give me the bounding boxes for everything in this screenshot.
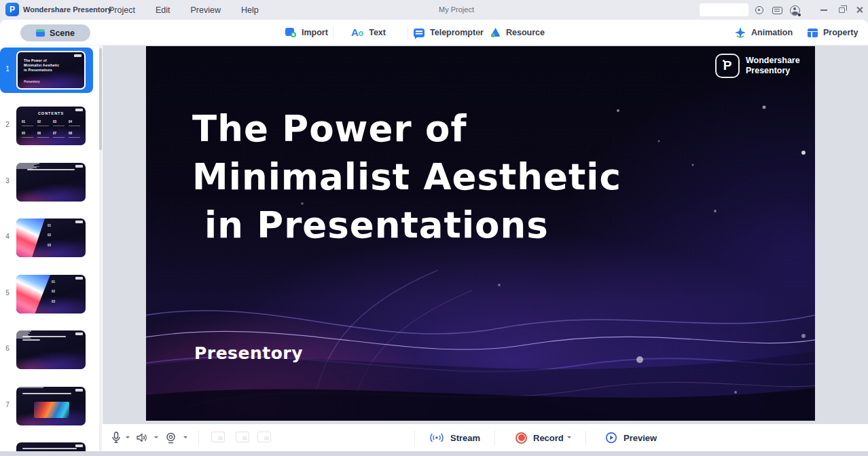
layout-camera-full-icon: [236, 432, 249, 442]
speaker-dropdown[interactable]: [154, 436, 158, 440]
editor-canvas: The Power of Minimalist Aesthetic in Pre…: [103, 45, 868, 424]
animation-icon: [735, 27, 746, 38]
slide-thumbnail-3[interactable]: [16, 163, 86, 202]
current-slide[interactable]: The Power of Minimalist Aesthetic in Pre…: [146, 46, 815, 421]
teleprompter-label: Teleprompter: [430, 28, 484, 37]
gradient-art: [16, 218, 45, 257]
text-label: Text: [369, 28, 386, 37]
microphone-icon: [111, 432, 122, 444]
slide-row-1[interactable]: 1 The Power of Minimalist Aesthetic in P…: [0, 51, 99, 90]
watermark-badge: [75, 165, 83, 168]
watermark-badge: [75, 389, 83, 392]
speaker-icon: [136, 432, 148, 443]
watermark-badge: [74, 54, 82, 57]
slide-thumbnail-6[interactable]: [16, 330, 86, 369]
resource-icon: [490, 28, 501, 37]
record-icon: [516, 432, 527, 444]
slide-number: 4: [0, 233, 15, 240]
record-dropdown[interactable]: [567, 436, 571, 440]
text-button[interactable]: Ao Text: [351, 20, 386, 45]
titlebar-search-input[interactable]: [700, 3, 748, 16]
slide-number: 6: [0, 345, 15, 352]
slide-thumbnail-2[interactable]: CONTENTS 01 02 03 04 05 06 07 08: [16, 107, 86, 145]
slide-title-text[interactable]: The Power of Minimalist Aesthetic in Pre…: [192, 104, 621, 249]
maximize-button[interactable]: [833, 0, 850, 20]
thumb-heading: CONTENTS: [16, 111, 86, 115]
slide-thumbnail-4[interactable]: 01 02 03: [16, 218, 86, 257]
teleprompter-button[interactable]: Teleprompter: [414, 20, 484, 45]
bottom-control-bar: Stream Record Preview: [103, 424, 868, 451]
toolbar: Scene Import Ao Text Teleprompter Resour…: [0, 20, 868, 45]
minimize-icon: [820, 10, 827, 11]
slide-row-2[interactable]: 2 CONTENTS 01 02 03 04 05 06 07 08: [0, 107, 99, 145]
toolbar-separator: [408, 26, 408, 39]
layout-camera-side-icon: [257, 432, 271, 442]
bottom-strip: [0, 451, 868, 456]
scene-button[interactable]: Scene: [20, 24, 90, 41]
gradient-art: [16, 275, 50, 314]
sidebar-scrollbar-thumb[interactable]: [99, 48, 102, 150]
media-art: [34, 402, 69, 418]
resource-label: Resource: [506, 28, 545, 37]
keyboard-shortcuts-button[interactable]: [770, 3, 784, 17]
microphone-button[interactable]: [108, 430, 124, 446]
slide-number: 5: [0, 289, 15, 297]
slide-thumbnail-1[interactable]: The Power of Minimalist Aesthetic in Pre…: [16, 51, 86, 90]
slide-row-3[interactable]: 3: [0, 163, 99, 202]
close-icon: [856, 6, 863, 14]
slide-subtitle-text[interactable]: Presentory: [194, 343, 303, 363]
minimize-button[interactable]: [815, 0, 833, 20]
property-button[interactable]: Property: [808, 20, 858, 45]
titlebar: P Wondershare Presentory Project Edit Pr…: [0, 0, 868, 20]
text-icon: Ao: [351, 26, 363, 39]
account-button[interactable]: [788, 3, 801, 17]
resource-button[interactable]: Resource: [490, 20, 545, 45]
camera-dropdown[interactable]: [183, 436, 187, 440]
animation-label: Animation: [751, 28, 793, 37]
keyboard-icon: [772, 7, 782, 14]
animation-button[interactable]: Animation: [735, 20, 793, 45]
watermark-text: Wondershare Presentory: [746, 56, 800, 76]
app-name: Wondershare Presentory: [23, 5, 112, 14]
scene-icon: [36, 29, 45, 37]
slide-row-4[interactable]: 4 01 02 03: [0, 218, 99, 257]
record-target-button[interactable]: [753, 3, 766, 17]
slide-number: 1: [0, 65, 15, 73]
app-logo-icon: P: [5, 3, 19, 16]
close-button[interactable]: [850, 0, 868, 20]
preview-button[interactable]: Preview: [605, 424, 657, 451]
menu-bar: Project Edit Preview Help: [109, 0, 259, 20]
slide-thumbnail-7[interactable]: [16, 387, 86, 425]
camera-button[interactable]: [162, 430, 179, 446]
thumb-title: The Power of Minimalist Aesthetic in Pre…: [24, 58, 59, 73]
menu-project[interactable]: Project: [109, 5, 135, 15]
preview-label: Preview: [623, 433, 657, 443]
menu-edit[interactable]: Edit: [156, 5, 170, 15]
project-title[interactable]: My Project: [439, 5, 474, 14]
stream-label: Stream: [450, 433, 480, 443]
menu-preview[interactable]: Preview: [190, 5, 220, 15]
speaker-button[interactable]: [134, 430, 150, 446]
record-button[interactable]: Record: [516, 424, 564, 451]
bottombar-separator: [585, 430, 586, 445]
menu-help[interactable]: Help: [241, 5, 259, 15]
watermark: P Wondershare Presentory: [715, 54, 800, 78]
slide-number: 7: [0, 401, 15, 408]
import-icon: [285, 28, 296, 37]
import-button[interactable]: Import: [285, 20, 328, 45]
watermark-badge: [75, 277, 83, 280]
avatar-status-dot: [798, 14, 801, 16]
stream-icon: [429, 432, 444, 444]
restore-icon: [839, 7, 845, 13]
teleprompter-icon: [414, 28, 424, 37]
slide-row-6[interactable]: 6: [0, 330, 99, 369]
preview-play-icon: [605, 432, 617, 444]
toolbar-separator: [333, 26, 333, 39]
stream-button[interactable]: Stream: [429, 424, 480, 451]
property-label: Property: [823, 28, 858, 37]
slide-row-7[interactable]: 7: [0, 387, 99, 425]
microphone-dropdown[interactable]: [126, 436, 130, 440]
slide-row-5[interactable]: 5 01 02 03: [0, 275, 99, 314]
scene-label: Scene: [50, 28, 75, 38]
slide-thumbnail-5[interactable]: 01 02 03: [16, 275, 86, 314]
